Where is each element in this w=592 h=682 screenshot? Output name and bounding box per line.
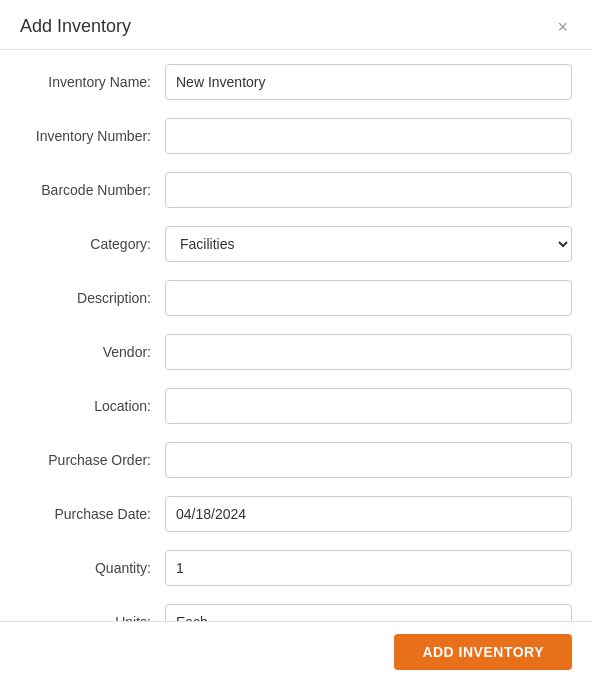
label-purchase-order: Purchase Order: xyxy=(10,452,165,468)
form-row-inventory-number: Inventory Number: xyxy=(10,114,572,158)
form-row-units: Units: xyxy=(10,600,572,621)
label-inventory-number: Inventory Number: xyxy=(10,128,165,144)
input-purchase-order[interactable] xyxy=(165,442,572,478)
modal-body: Inventory Name: Inventory Number: Barcod… xyxy=(0,50,592,621)
modal-container: Add Inventory × Inventory Name: Inventor… xyxy=(0,0,592,682)
input-inventory-number[interactable] xyxy=(165,118,572,154)
modal-title: Add Inventory xyxy=(20,16,131,37)
modal-header: Add Inventory × xyxy=(0,0,592,50)
input-description[interactable] xyxy=(165,280,572,316)
input-location[interactable] xyxy=(165,388,572,424)
form-row-barcode-number: Barcode Number: xyxy=(10,168,572,212)
input-barcode-number[interactable] xyxy=(165,172,572,208)
form-row-inventory-name: Inventory Name: xyxy=(10,60,572,104)
label-quantity: Quantity: xyxy=(10,560,165,576)
add-inventory-button[interactable]: ADD INVENTORY xyxy=(394,634,572,670)
label-location: Location: xyxy=(10,398,165,414)
label-inventory-name: Inventory Name: xyxy=(10,74,165,90)
input-purchase-date[interactable] xyxy=(165,496,572,532)
input-quantity[interactable] xyxy=(165,550,572,586)
form-row-purchase-date: Purchase Date: xyxy=(10,492,572,536)
label-vendor: Vendor: xyxy=(10,344,165,360)
form-row-purchase-order: Purchase Order: xyxy=(10,438,572,482)
modal-footer: ADD INVENTORY xyxy=(0,621,592,682)
label-description: Description: xyxy=(10,290,165,306)
label-purchase-date: Purchase Date: xyxy=(10,506,165,522)
input-units[interactable] xyxy=(165,604,572,621)
form-row-category: Category: Facilities xyxy=(10,222,572,266)
form-row-quantity: Quantity: xyxy=(10,546,572,590)
form-row-location: Location: xyxy=(10,384,572,428)
label-units: Units: xyxy=(10,614,165,621)
label-barcode-number: Barcode Number: xyxy=(10,182,165,198)
input-vendor[interactable] xyxy=(165,334,572,370)
label-category: Category: xyxy=(10,236,165,252)
form-row-vendor: Vendor: xyxy=(10,330,572,374)
form-row-description: Description: xyxy=(10,276,572,320)
input-inventory-name[interactable] xyxy=(165,64,572,100)
close-button[interactable]: × xyxy=(553,18,572,36)
select-category[interactable]: Facilities xyxy=(165,226,572,262)
